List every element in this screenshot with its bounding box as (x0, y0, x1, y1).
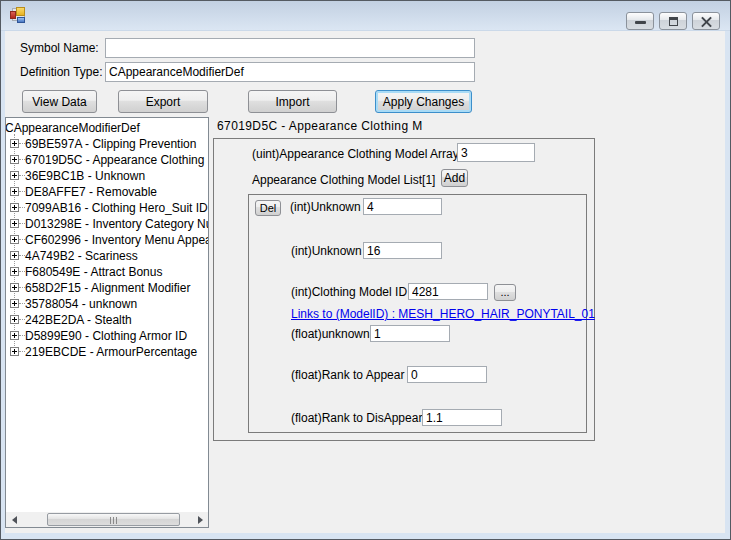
tree-item[interactable]: CF602996 - Inventory Menu Appearan (6, 232, 208, 248)
tree-item[interactable]: 67019D5C - Appearance Clothing Mod (6, 152, 208, 168)
maximize-button[interactable] (659, 12, 687, 30)
import-button[interactable]: Import (248, 90, 337, 113)
expand-plus-icon[interactable] (10, 347, 19, 356)
expand-plus-icon[interactable] (10, 331, 19, 340)
unknown1-input[interactable] (363, 198, 442, 215)
tree-item[interactable]: DE8AFFE7 - Removable (6, 184, 208, 200)
app-window: Symbol Name: Definition Type: View Data … (0, 0, 731, 540)
unknown3-input[interactable] (370, 325, 450, 342)
tree-item[interactable]: D5899E90 - Clothing Armor ID (6, 328, 208, 344)
tree-item[interactable]: 36E9BC1B - Unknown (6, 168, 208, 184)
tree-root-item[interactable]: CAppearanceModifierDef (6, 120, 208, 136)
left-arrow-icon (12, 516, 17, 524)
rank-to-appear-input[interactable] (407, 366, 487, 383)
add-button[interactable]: Add (441, 169, 468, 187)
definition-tree: CAppearanceModifierDef 69BE597A - Clippi… (5, 117, 209, 528)
model-list-label: Appearance Clothing Model List[1] (252, 172, 435, 188)
detail-header: 67019D5C - Appearance Clothing M (217, 119, 423, 133)
right-arrow-icon (198, 516, 203, 524)
tree-item-label: 219EBCDE - ArmourPercentage (25, 345, 197, 359)
expand-plus-icon[interactable] (10, 299, 19, 308)
browse-button[interactable]: ... (494, 284, 516, 301)
tree-item-label: 36E9BC1B - Unknown (25, 169, 145, 183)
tree-item-label: DE8AFFE7 - Removable (25, 185, 157, 199)
tree-item-label: 4A749B2 - Scariness (25, 249, 138, 263)
model-entry-panel: Del (int)Unknown (int)Unknown (int)Cloth… (248, 194, 587, 433)
horizontal-scrollbar[interactable] (6, 512, 208, 527)
scroll-right-button[interactable] (192, 512, 208, 527)
expand-plus-icon[interactable] (10, 251, 19, 260)
definition-type-label: Definition Type: (20, 62, 103, 82)
rank-to-disappear-input[interactable] (422, 409, 502, 426)
rank-to-disappear-label: (float)Rank to DisAppear (291, 410, 422, 426)
clothing-model-id-input[interactable] (408, 283, 488, 300)
expand-plus-icon[interactable] (10, 219, 19, 228)
tree-item[interactable]: 35788054 - unknown (6, 296, 208, 312)
app-icon-red-square (10, 11, 16, 19)
expand-plus-icon[interactable] (10, 139, 19, 148)
symbol-name-input[interactable] (105, 38, 475, 58)
app-icon-yellow-square (16, 7, 25, 16)
tree-item[interactable]: 658D2F15 - Alignment Modifier (6, 280, 208, 296)
view-data-button[interactable]: View Data (22, 90, 97, 113)
minimize-icon (635, 21, 646, 24)
scrollbar-thumb[interactable] (47, 513, 180, 526)
tree-item-label: 35788054 - unknown (25, 297, 137, 311)
expand-plus-icon[interactable] (10, 187, 19, 196)
rank-to-appear-label: (float)Rank to Appear (291, 367, 404, 383)
clothing-model-id-label: (int)Clothing Model ID (291, 284, 407, 300)
form-client-area: Symbol Name: Definition Type: View Data … (5, 31, 725, 533)
unknown1-label: (int)Unknown (290, 199, 361, 215)
definition-type-input[interactable] (105, 62, 475, 82)
tree-viewport: CAppearanceModifierDef 69BE597A - Clippi… (6, 118, 208, 512)
expand-plus-icon[interactable] (10, 155, 19, 164)
tree-item[interactable]: 4A749B2 - Scariness (6, 248, 208, 264)
minimize-button[interactable] (626, 12, 654, 30)
expand-plus-icon[interactable] (10, 171, 19, 180)
apply-changes-button[interactable]: Apply Changes (375, 90, 472, 113)
del-button[interactable]: Del (255, 200, 281, 216)
scrollbar-grip-icon (110, 517, 119, 524)
unknown3-label: (float)unknown (291, 326, 370, 342)
tree-item-label: F680549E - Attract Bonus (25, 265, 162, 279)
tree-item[interactable]: F680549E - Attract Bonus (6, 264, 208, 280)
app-icon-blue-square (17, 17, 25, 23)
tree-item[interactable]: 7099AB16 - Clothing Hero_Suit ID (6, 200, 208, 216)
maximize-icon (669, 17, 678, 26)
expand-plus-icon[interactable] (10, 267, 19, 276)
close-button[interactable] (692, 12, 720, 30)
model-array-input[interactable] (457, 143, 535, 162)
tree-item-label: D5899E90 - Clothing Armor ID (25, 329, 187, 343)
symbol-name-label: Symbol Name: (20, 38, 99, 58)
detail-panel: (uint)Appearance Clothing Model Array Ap… (213, 138, 595, 441)
export-button[interactable]: Export (118, 90, 208, 113)
model-array-label: (uint)Appearance Clothing Model Array (252, 146, 459, 163)
expand-plus-icon[interactable] (10, 235, 19, 244)
tree-item-label: 67019D5C - Appearance Clothing Mod (25, 153, 208, 167)
tree-item-label: 7099AB16 - Clothing Hero_Suit ID (25, 201, 208, 215)
tree-item-label: 242BE2DA - Stealth (25, 313, 132, 327)
tree-item-label: CF602996 - Inventory Menu Appearan (25, 233, 208, 247)
unknown2-input[interactable] (363, 242, 442, 259)
tree-item-label: 658D2F15 - Alignment Modifier (25, 281, 190, 295)
model-link[interactable]: Links to (ModelID) : MESH_HERO_HAIR_PONY… (291, 307, 595, 321)
tree-item-label: D013298E - Inventory Category Numb (25, 217, 208, 231)
expand-plus-icon[interactable] (10, 203, 19, 212)
app-icon (10, 7, 27, 24)
tree-item[interactable]: D013298E - Inventory Category Numb (6, 216, 208, 232)
titlebar[interactable] (1, 1, 730, 31)
tree-item-label: 69BE597A - Clipping Prevention (25, 137, 196, 151)
tree-item[interactable]: 219EBCDE - ArmourPercentage (6, 344, 208, 360)
expand-plus-icon[interactable] (10, 283, 19, 292)
close-icon (701, 16, 712, 27)
tree-item[interactable]: 242BE2DA - Stealth (6, 312, 208, 328)
unknown2-label: (int)Unknown (291, 243, 362, 259)
expand-plus-icon[interactable] (10, 315, 19, 324)
tree-item[interactable]: 69BE597A - Clipping Prevention (6, 136, 208, 152)
scroll-left-button[interactable] (6, 512, 22, 527)
